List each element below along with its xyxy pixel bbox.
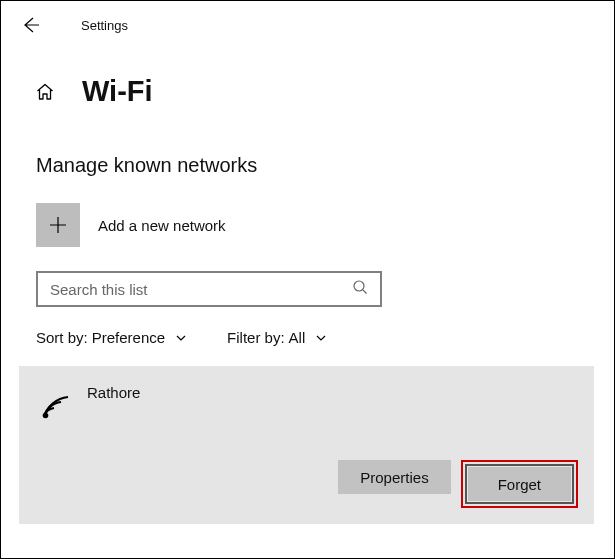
filter-label: Filter by:	[227, 329, 285, 346]
svg-point-0	[354, 281, 364, 291]
chevron-down-icon	[175, 332, 187, 344]
section-title: Manage known networks	[36, 154, 614, 177]
forget-highlight: Forget	[461, 460, 578, 508]
filter-by-dropdown[interactable]: Filter by: All	[227, 329, 327, 346]
sort-label: Sort by:	[36, 329, 88, 346]
search-placeholder: Search this list	[50, 281, 148, 298]
forget-button[interactable]: Forget	[468, 467, 571, 501]
home-icon[interactable]	[34, 81, 56, 103]
search-icon	[352, 279, 368, 299]
back-button[interactable]	[19, 13, 43, 37]
page-title: Wi-Fi	[82, 75, 153, 108]
settings-label: Settings	[81, 18, 128, 33]
chevron-down-icon	[315, 332, 327, 344]
network-list-item[interactable]: Rathore Properties Forget	[19, 366, 594, 524]
arrow-left-icon	[21, 15, 41, 35]
svg-point-1	[43, 413, 49, 419]
sort-value: Preference	[92, 329, 165, 346]
filter-value: All	[289, 329, 306, 346]
wifi-icon	[39, 388, 73, 422]
add-network-button[interactable]: Add a new network	[36, 203, 614, 247]
top-bar: Settings	[1, 1, 614, 45]
search-input[interactable]: Search this list	[36, 271, 382, 307]
filters-bar: Sort by: Preference Filter by: All	[36, 329, 614, 346]
plus-icon	[36, 203, 80, 247]
properties-button[interactable]: Properties	[338, 460, 450, 494]
page-header: Wi-Fi	[1, 45, 614, 108]
sort-by-dropdown[interactable]: Sort by: Preference	[36, 329, 187, 346]
network-name: Rathore	[87, 384, 140, 401]
add-network-label: Add a new network	[98, 217, 226, 234]
